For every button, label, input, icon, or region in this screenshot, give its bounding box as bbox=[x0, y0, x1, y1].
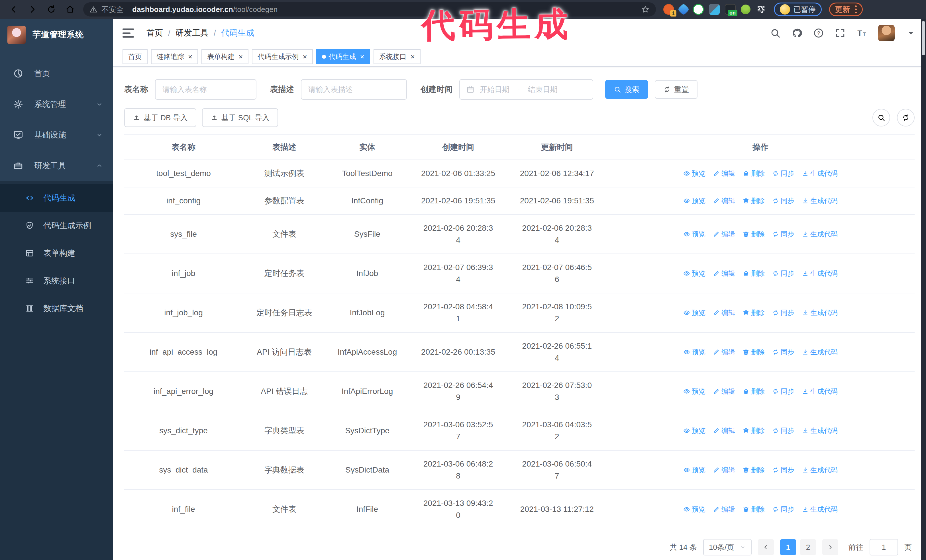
user-avatar[interactable] bbox=[878, 25, 895, 41]
action-sync-link[interactable]: 同步 bbox=[772, 267, 794, 279]
scrollbar-thumb[interactable] bbox=[922, 21, 925, 55]
table-row[interactable]: inf_api_error_logAPI 错误日志InfApiErrorLog2… bbox=[124, 372, 915, 411]
action-edit-link[interactable]: 编辑 bbox=[713, 195, 735, 207]
close-icon[interactable]: × bbox=[239, 53, 243, 61]
action-delete-link[interactable]: 删除 bbox=[743, 267, 765, 279]
action-sync-link[interactable]: 同步 bbox=[772, 425, 794, 437]
action-edit-link[interactable]: 编辑 bbox=[713, 267, 735, 279]
extension-icon-6[interactable] bbox=[741, 5, 750, 14]
extension-icon-5[interactable]: on bbox=[725, 4, 736, 15]
close-icon[interactable]: × bbox=[188, 53, 192, 61]
prev-page-button[interactable] bbox=[758, 539, 774, 555]
action-delete-link[interactable]: 删除 bbox=[743, 195, 765, 207]
page-button-1[interactable]: 1 bbox=[780, 539, 796, 555]
tab-3[interactable]: 代码生成示例× bbox=[252, 49, 313, 64]
table-row[interactable]: sys_file文件表SysFile2021-02-06 20:28:3 420… bbox=[124, 214, 915, 254]
action-download-link[interactable]: 生成代码 bbox=[802, 346, 838, 358]
action-edit-link[interactable]: 编辑 bbox=[713, 228, 735, 240]
submenu-item-1[interactable]: 代码生成示例 bbox=[0, 211, 113, 239]
bookmark-star-icon[interactable] bbox=[641, 5, 650, 14]
close-icon[interactable]: × bbox=[410, 53, 415, 61]
action-eye-link[interactable]: 预览 bbox=[683, 425, 705, 437]
github-icon[interactable] bbox=[791, 28, 802, 38]
next-page-button[interactable] bbox=[822, 539, 838, 555]
puzzle-extensions-icon[interactable] bbox=[756, 4, 766, 15]
refresh-table-button[interactable] bbox=[897, 109, 915, 127]
extension-icon-1[interactable]: 1 bbox=[663, 4, 674, 15]
reset-button[interactable]: 重置 bbox=[655, 80, 698, 99]
browser-menu-icon[interactable] bbox=[855, 5, 857, 14]
search-button[interactable]: 搜索 bbox=[605, 80, 648, 99]
action-sync-link[interactable]: 同步 bbox=[772, 503, 794, 515]
sidebar-item-1[interactable]: 系统管理 bbox=[0, 89, 113, 120]
action-download-link[interactable]: 生成代码 bbox=[802, 385, 838, 397]
font-size-icon[interactable]: TT bbox=[856, 28, 867, 38]
back-icon[interactable] bbox=[8, 4, 20, 15]
action-delete-link[interactable]: 删除 bbox=[743, 425, 765, 437]
breadcrumb-home[interactable]: 首页 bbox=[147, 27, 163, 39]
action-delete-link[interactable]: 删除 bbox=[743, 168, 765, 180]
action-edit-link[interactable]: 编辑 bbox=[713, 503, 735, 515]
tab-5[interactable]: 系统接口× bbox=[374, 49, 421, 64]
action-delete-link[interactable]: 删除 bbox=[743, 503, 765, 515]
table-row[interactable]: tool_test_demo测试示例表ToolTestDemo2021-02-0… bbox=[124, 160, 915, 187]
tab-4[interactable]: 代码生成× bbox=[316, 49, 370, 64]
action-edit-link[interactable]: 编辑 bbox=[713, 346, 735, 358]
tab-0[interactable]: 首页 bbox=[123, 49, 148, 64]
action-download-link[interactable]: 生成代码 bbox=[802, 425, 838, 437]
action-download-link[interactable]: 生成代码 bbox=[802, 464, 838, 476]
submenu-item-3[interactable]: 系统接口 bbox=[0, 267, 113, 294]
table-row[interactable]: inf_api_access_logAPI 访问日志表InfApiAccessL… bbox=[124, 332, 915, 372]
action-edit-link[interactable]: 编辑 bbox=[713, 168, 735, 180]
action-eye-link[interactable]: 预览 bbox=[683, 464, 705, 476]
submenu-item-4[interactable]: 数据库文档 bbox=[0, 294, 113, 322]
action-eye-link[interactable]: 预览 bbox=[683, 195, 705, 207]
action-eye-link[interactable]: 预览 bbox=[683, 168, 705, 180]
action-download-link[interactable]: 生成代码 bbox=[802, 168, 838, 180]
import-db-button[interactable]: 基于 DB 导入 bbox=[124, 108, 196, 127]
action-download-link[interactable]: 生成代码 bbox=[802, 228, 838, 240]
sidebar-item-0[interactable]: 首页 bbox=[0, 58, 113, 89]
table-row[interactable]: inf_job定时任务表InfJob2021-02-07 06:39:3 420… bbox=[124, 254, 915, 293]
forward-icon[interactable] bbox=[27, 4, 38, 15]
action-edit-link[interactable]: 编辑 bbox=[713, 385, 735, 397]
action-sync-link[interactable]: 同步 bbox=[772, 228, 794, 240]
action-delete-link[interactable]: 删除 bbox=[743, 346, 765, 358]
action-sync-link[interactable]: 同步 bbox=[772, 346, 794, 358]
tab-2[interactable]: 表单构建× bbox=[201, 49, 248, 64]
action-eye-link[interactable]: 预览 bbox=[683, 385, 705, 397]
import-sql-button[interactable]: 基于 SQL 导入 bbox=[202, 108, 278, 127]
browser-update-button[interactable]: 更新 bbox=[829, 3, 863, 16]
action-edit-link[interactable]: 编辑 bbox=[713, 425, 735, 437]
table-row[interactable]: sys_dict_type字典类型表SysDictType2021-03-06 … bbox=[124, 411, 915, 450]
action-eye-link[interactable]: 预览 bbox=[683, 346, 705, 358]
action-download-link[interactable]: 生成代码 bbox=[802, 267, 838, 279]
extension-icon-2[interactable] bbox=[678, 3, 690, 15]
goto-page-input[interactable] bbox=[870, 539, 898, 555]
date-range-picker[interactable]: 开始日期 - 结束日期 bbox=[459, 79, 593, 100]
action-eye-link[interactable]: 预览 bbox=[683, 307, 705, 319]
extension-icon-3[interactable] bbox=[693, 4, 704, 15]
table-name-input[interactable] bbox=[155, 79, 256, 100]
home-icon[interactable] bbox=[64, 4, 76, 15]
action-sync-link[interactable]: 同步 bbox=[772, 385, 794, 397]
action-download-link[interactable]: 生成代码 bbox=[802, 503, 838, 515]
sidebar-logo-row[interactable]: 芋道管理系统 bbox=[0, 19, 113, 51]
close-icon[interactable]: × bbox=[303, 53, 307, 61]
action-delete-link[interactable]: 删除 bbox=[743, 464, 765, 476]
table-row[interactable]: inf_file文件表InfFile2021-03-13 09:43:2 020… bbox=[124, 490, 915, 529]
table-row[interactable]: inf_config参数配置表InfConfig2021-02-06 19:51… bbox=[124, 187, 915, 214]
close-icon[interactable]: × bbox=[360, 53, 365, 61]
reload-icon[interactable] bbox=[45, 4, 57, 15]
caret-down-icon[interactable] bbox=[905, 28, 916, 38]
action-download-link[interactable]: 生成代码 bbox=[802, 195, 838, 207]
search-icon[interactable] bbox=[770, 28, 781, 38]
fullscreen-icon[interactable] bbox=[835, 28, 846, 38]
submenu-item-0[interactable]: 代码生成 bbox=[0, 184, 113, 211]
action-edit-link[interactable]: 编辑 bbox=[713, 307, 735, 319]
page-button-2[interactable]: 2 bbox=[800, 539, 816, 555]
extension-icon-4[interactable] bbox=[709, 4, 720, 15]
page-size-select[interactable]: 10条/页 bbox=[703, 539, 752, 555]
action-sync-link[interactable]: 同步 bbox=[772, 168, 794, 180]
scrollbar[interactable] bbox=[921, 19, 926, 560]
